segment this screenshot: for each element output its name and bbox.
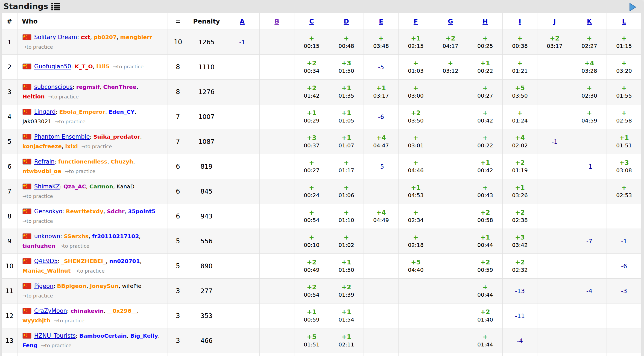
practice-link[interactable]: →to practice bbox=[22, 293, 53, 299]
member-handle[interactable]: ntwbvdbl_oe bbox=[22, 168, 61, 174]
member-handle[interactable]: tianfuzhen bbox=[22, 243, 55, 249]
member-handle[interactable]: cxt bbox=[81, 34, 90, 40]
practice-link[interactable]: →to practice bbox=[55, 119, 86, 124]
accepted-time: 00:38 bbox=[503, 43, 537, 49]
member-handle[interactable]: Eden_CY bbox=[109, 109, 134, 115]
accepted-attempts: + bbox=[399, 134, 433, 142]
practice-link[interactable]: →to practice bbox=[54, 318, 84, 323]
team-link[interactable]: ShimaKZ bbox=[34, 183, 60, 190]
member-handle[interactable]: _SHENZHEBEI_ bbox=[61, 258, 106, 264]
member-handle[interactable]: K_T_O bbox=[75, 63, 93, 70]
member-handle[interactable]: Qza_AC bbox=[63, 183, 86, 190]
member-handle[interactable]: BBpigeon bbox=[57, 283, 87, 289]
member-handle[interactable]: KanaD bbox=[117, 183, 134, 190]
team-link[interactable]: Pigeon bbox=[34, 283, 53, 289]
problem-header-F[interactable]: F bbox=[414, 18, 418, 25]
member-handle[interactable]: chinakevin bbox=[71, 308, 104, 314]
member-handle[interactable]: lxlxl bbox=[65, 143, 78, 150]
standings-list-icon[interactable] bbox=[51, 2, 60, 11]
practice-link[interactable]: →to practice bbox=[22, 218, 53, 224]
member-handle[interactable]: konjacfreeze bbox=[22, 143, 62, 150]
practice-link[interactable]: →to practice bbox=[22, 193, 53, 199]
team-link[interactable]: unknown bbox=[34, 233, 60, 240]
member-handle[interactable]: Ebola_Emperor bbox=[59, 109, 105, 115]
team-link[interactable]: subconscious bbox=[34, 84, 73, 90]
team-link[interactable]: Gensokyo bbox=[34, 208, 62, 215]
accepted-time: 00:43 bbox=[468, 192, 502, 199]
member-handle[interactable]: Heltion bbox=[22, 93, 45, 100]
problem-cell-K: -4 bbox=[572, 279, 607, 304]
member-handle[interactable]: nn020701 bbox=[109, 258, 140, 264]
member-handle[interactable]: __0x296__ bbox=[107, 308, 137, 314]
page-title: Standings bbox=[3, 2, 48, 11]
member-handle[interactable]: wifePie bbox=[122, 283, 141, 289]
problem-cell-G bbox=[433, 254, 468, 279]
practice-link[interactable]: →to practice bbox=[74, 268, 105, 274]
problem-header-K[interactable]: K bbox=[587, 18, 592, 25]
team-link[interactable]: HZNU_Tourists bbox=[34, 332, 76, 339]
problem-cell-F: +203:50 bbox=[399, 104, 433, 129]
problem-cell-D: +201:39 bbox=[329, 279, 364, 304]
problem-header-B[interactable]: B bbox=[274, 18, 279, 25]
practice-link[interactable]: →to practice bbox=[113, 64, 144, 69]
member-handle[interactable]: SSerxhs bbox=[64, 233, 89, 240]
practice-link[interactable]: →to practice bbox=[65, 168, 95, 174]
member-handle[interactable]: Sdchr bbox=[107, 208, 125, 215]
member-handle[interactable]: Feng bbox=[22, 342, 37, 349]
member-handle[interactable]: JoneySun bbox=[90, 283, 119, 289]
member-handle[interactable]: functionendless bbox=[58, 158, 107, 165]
accepted-attempts: + bbox=[295, 184, 329, 191]
member-handle[interactable]: Rewritetxdy bbox=[66, 208, 103, 215]
accepted-attempts: +4 bbox=[503, 134, 537, 142]
member-handle[interactable]: Chuzyh bbox=[111, 158, 133, 165]
problem-header-G[interactable]: G bbox=[448, 18, 453, 25]
member-handle[interactable]: Suika_predator bbox=[93, 133, 140, 140]
member-handle[interactable]: l1ll5 bbox=[96, 63, 109, 70]
problem-header-C[interactable]: C bbox=[309, 18, 314, 25]
team-link[interactable]: Solitary Dream bbox=[34, 34, 77, 40]
team-link[interactable]: Refrain bbox=[34, 158, 55, 165]
problem-header-A[interactable]: A bbox=[240, 18, 245, 25]
problem-cell-E: -5 bbox=[364, 154, 399, 179]
accepted-time: 01:51 bbox=[607, 142, 641, 149]
accepted-time: 02:15 bbox=[399, 43, 433, 49]
empty-cell bbox=[225, 353, 260, 356]
practice-link[interactable]: →to practice bbox=[22, 44, 53, 50]
expand-arrow-icon[interactable] bbox=[629, 3, 636, 12]
member-handle[interactable]: Jak033021 bbox=[22, 118, 51, 125]
problem-header-J[interactable]: J bbox=[554, 18, 556, 25]
member-handle[interactable]: wyyxhjth bbox=[22, 317, 50, 324]
team-link[interactable]: Phantom Ensemble bbox=[34, 133, 90, 140]
problem-cell-G bbox=[433, 279, 468, 304]
problem-header-H[interactable]: H bbox=[482, 18, 488, 25]
member-handle[interactable]: pb0207 bbox=[93, 34, 116, 40]
practice-link[interactable]: →to practice bbox=[48, 94, 79, 100]
member-handle[interactable]: 35point5 bbox=[128, 208, 155, 215]
practice-link[interactable]: →to practice bbox=[81, 144, 112, 149]
problem-header-D[interactable]: D bbox=[344, 18, 349, 25]
member-handle[interactable]: mengbierr bbox=[120, 34, 152, 40]
member-handle[interactable]: ChenThree bbox=[103, 84, 137, 90]
problem-header-E[interactable]: E bbox=[379, 18, 383, 25]
member-handle[interactable]: Carmon bbox=[89, 183, 113, 190]
team-link[interactable]: Guofuqian50 bbox=[34, 63, 71, 70]
member-handle[interactable]: Big_Kelly bbox=[130, 332, 158, 339]
member-handle[interactable]: Maniac_Wallnut bbox=[22, 267, 71, 274]
practice-link[interactable]: →to practice bbox=[41, 343, 72, 348]
practice-link[interactable]: →to practice bbox=[59, 243, 90, 249]
problem-cell-J bbox=[537, 229, 572, 254]
problem-header-I[interactable]: I bbox=[519, 18, 521, 25]
member-handle[interactable]: fr20110217102 bbox=[92, 233, 139, 240]
member-handle[interactable]: regmsif bbox=[76, 84, 100, 90]
accepted-attempts: + bbox=[607, 109, 641, 117]
problem-cell-I: +201:19 bbox=[503, 154, 537, 179]
team-link[interactable]: CraZyMoon bbox=[34, 308, 67, 314]
member-handle[interactable]: BambooCertain bbox=[79, 332, 127, 339]
separator: : bbox=[53, 283, 57, 289]
team-link[interactable]: Q4E9D5 bbox=[34, 258, 58, 264]
accepted-attempts: +1 bbox=[329, 333, 363, 341]
flag-china-icon bbox=[22, 159, 31, 167]
problem-header-L[interactable]: L bbox=[622, 18, 626, 25]
header-problem-L: L bbox=[607, 13, 642, 30]
team-link[interactable]: Lingard bbox=[34, 109, 56, 115]
